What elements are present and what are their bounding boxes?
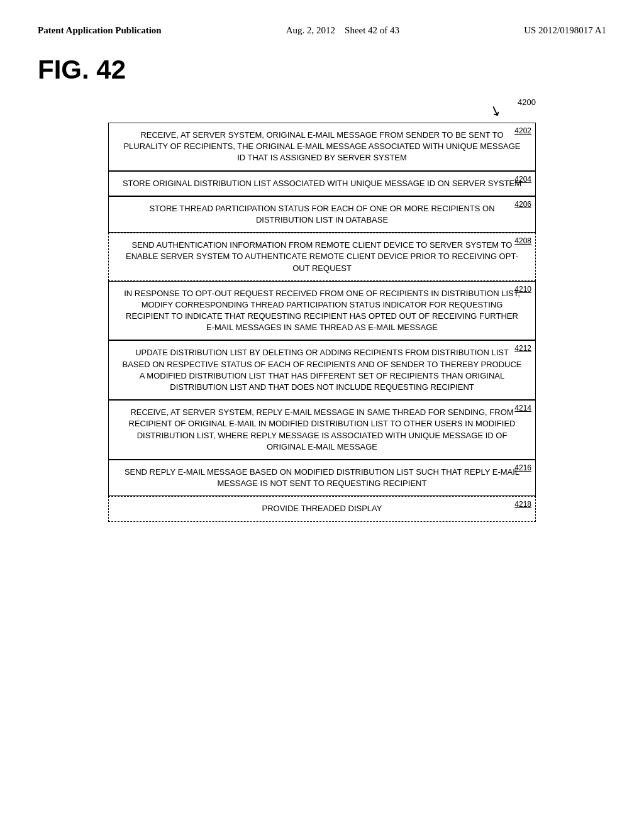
step-4214: 4214 RECEIVE, AT SERVER SYSTEM, REPLY E-… bbox=[108, 400, 536, 460]
step-num-4212: 4212 bbox=[514, 343, 531, 354]
step-4208: 4208 SEND AUTHENTICATION INFORMATION FRO… bbox=[108, 233, 536, 281]
step-num-4206: 4206 bbox=[514, 199, 531, 210]
step-num-4204: 4204 bbox=[514, 174, 531, 185]
step-4210: 4210 IN RESPONSE TO OPT-OUT REQUEST RECE… bbox=[108, 281, 536, 341]
step-4202: 4202 RECEIVE, AT SERVER SYSTEM, ORIGINAL… bbox=[108, 123, 536, 171]
step-4216: 4216 SEND REPLY E-MAIL MESSAGE BASED ON … bbox=[108, 460, 536, 496]
publication-label: Patent Application Publication bbox=[38, 25, 162, 36]
step-4204: 4204 STORE ORIGINAL DISTRIBUTION LIST AS… bbox=[108, 171, 536, 196]
step-num-4208: 4208 bbox=[514, 236, 531, 246]
figure-label: FIG. 42 bbox=[38, 55, 606, 85]
step-4206: 4206 STORE THREAD PARTICIPATION STATUS F… bbox=[108, 196, 536, 233]
step-4212: 4212 UPDATE DISTRIBUTION LIST BY DELETIN… bbox=[108, 340, 536, 400]
ref-4200-container: ↙ 4200 bbox=[108, 97, 536, 123]
ref-4200-label: 4200 bbox=[518, 97, 536, 107]
step-num-4216: 4216 bbox=[514, 463, 531, 473]
patent-number: US 2012/0198017 A1 bbox=[524, 25, 606, 36]
flow-diagram: ↙ 4200 4202 RECEIVE, AT SERVER SYSTEM, O… bbox=[38, 97, 606, 522]
step-num-4210: 4210 bbox=[514, 284, 531, 295]
step-num-4202: 4202 bbox=[514, 126, 531, 136]
step-num-4214: 4214 bbox=[514, 403, 531, 414]
date-label: Aug. 2, 2012 Sheet 42 of 43 bbox=[286, 25, 399, 36]
page-header: Patent Application Publication Aug. 2, 2… bbox=[38, 25, 606, 36]
step-num-4218: 4218 bbox=[514, 499, 531, 510]
ref-bracket: ↙ bbox=[487, 101, 504, 121]
step-4218: 4218 PROVIDE THREADED DISPLAY bbox=[108, 496, 536, 521]
